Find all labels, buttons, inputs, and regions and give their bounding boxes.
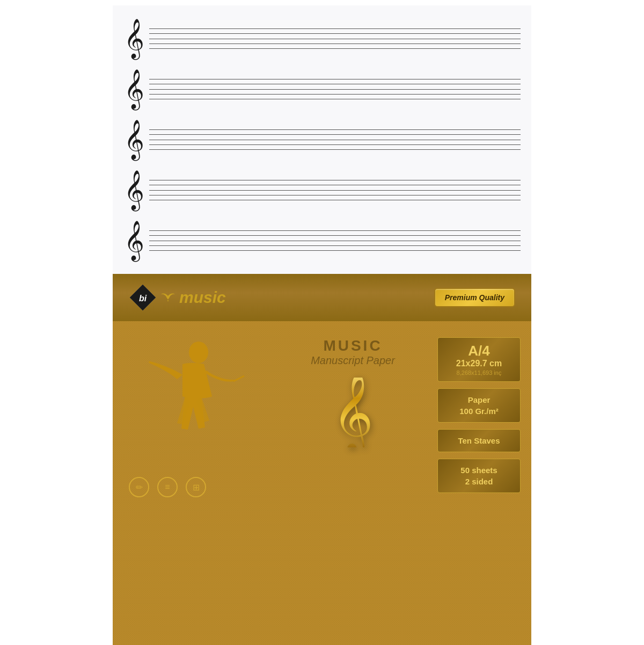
treble-clef-icon: 𝄞 bbox=[123, 72, 145, 106]
svg-line-3 bbox=[233, 376, 244, 381]
staff-line bbox=[149, 140, 521, 140]
staff-line bbox=[149, 235, 521, 236]
staff-line bbox=[149, 195, 521, 195]
spec-size-label: A/4 bbox=[444, 343, 514, 359]
staff-line bbox=[149, 241, 521, 241]
staff-lines-2 bbox=[149, 76, 521, 103]
staff-line bbox=[149, 94, 521, 95]
music-brand-text: music bbox=[179, 288, 226, 307]
spec-staves-label: Ten Staves bbox=[444, 435, 514, 446]
svg-point-2 bbox=[189, 342, 208, 363]
staff-row-2: 𝄞 bbox=[113, 72, 531, 106]
treble-clef-icon: 𝄞 bbox=[123, 21, 145, 56]
svg-text:bi: bi bbox=[139, 294, 147, 303]
staff-line bbox=[149, 33, 521, 34]
treble-clef-icon: 𝄞 bbox=[123, 223, 145, 258]
staff-line bbox=[149, 190, 521, 191]
staff-line bbox=[149, 245, 521, 246]
golden-treble-clef-icon: 𝄞 bbox=[332, 378, 374, 447]
lines-icon: ≡ bbox=[157, 477, 178, 497]
cover-title-manuscript: Manuscript Paper bbox=[311, 354, 395, 367]
spec-size-inches: 8,268x11,693 inç bbox=[444, 369, 514, 376]
staff-line bbox=[149, 180, 521, 180]
brand-logo: bi music bbox=[129, 284, 226, 311]
staff-line bbox=[149, 99, 521, 99]
staff-line bbox=[149, 200, 521, 200]
spec-box-size: A/4 21x29.7 cm 8,268x11,693 inç bbox=[437, 337, 521, 382]
staff-lines-4 bbox=[149, 177, 521, 204]
cover-right: A/4 21x29.7 cm 8,268x11,693 inç Paper100… bbox=[432, 321, 531, 645]
staff-line bbox=[149, 144, 521, 145]
staff-line bbox=[149, 134, 521, 135]
staff-line bbox=[149, 89, 521, 90]
brand-bar: bi music Premium Quality bbox=[113, 274, 531, 321]
spec-size-cm: 21x29.7 cm bbox=[444, 359, 514, 368]
bi-diamond-icon: bi bbox=[129, 284, 157, 311]
staff-line bbox=[149, 39, 521, 39]
conductor-figure bbox=[129, 337, 247, 466]
staff-line bbox=[149, 185, 521, 185]
treble-clef-icon: 𝄞 bbox=[123, 173, 145, 207]
staff-line bbox=[149, 28, 521, 29]
spec-box-paper: Paper100 Gr./m² bbox=[437, 388, 521, 423]
spec-box-staves: Ten Staves bbox=[437, 429, 521, 452]
cover-left: ✏ ≡ ⊞ bbox=[113, 321, 274, 645]
cover-title: MUSIC Manuscript Paper bbox=[311, 337, 395, 367]
staves-section: 𝄞 𝄞 𝄞 bbox=[113, 5, 531, 274]
bird-icon bbox=[160, 292, 176, 303]
staff-line bbox=[149, 149, 521, 150]
premium-quality-badge: Premium Quality bbox=[434, 288, 515, 307]
staff-line bbox=[149, 48, 521, 49]
staff-row-3: 𝄞 bbox=[113, 122, 531, 157]
staff-line bbox=[149, 44, 521, 44]
spec-box-sheets: 50 sheets2 sided bbox=[437, 459, 521, 493]
staff-row-1: 𝄞 bbox=[113, 21, 531, 56]
cover-title-music: MUSIC bbox=[311, 337, 395, 354]
spec-paper-label: Paper100 Gr./m² bbox=[444, 394, 514, 417]
staff-line bbox=[149, 84, 521, 84]
page-container: 𝄞 𝄞 𝄞 bbox=[0, 0, 644, 645]
cover-center: MUSIC Manuscript Paper 𝄞 bbox=[274, 321, 432, 645]
staff-lines-5 bbox=[149, 227, 521, 254]
staff-lines-1 bbox=[149, 25, 521, 52]
staff-line bbox=[149, 129, 521, 130]
staff-row-5: 𝄞 bbox=[113, 223, 531, 258]
staff-line bbox=[149, 250, 521, 251]
staff-lines-3 bbox=[149, 126, 521, 153]
cover-section: ✏ ≡ ⊞ MUSIC Manuscript Paper 𝄞 A/4 21x29… bbox=[113, 321, 531, 645]
small-icons-row: ✏ ≡ ⊞ bbox=[129, 477, 206, 497]
spec-sheets-label: 50 sheets2 sided bbox=[444, 465, 514, 487]
grid-icon: ⊞ bbox=[186, 477, 206, 497]
staff-line bbox=[149, 79, 521, 79]
treble-clef-icon: 𝄞 bbox=[123, 122, 145, 157]
staff-line bbox=[149, 230, 521, 231]
pencil-icon: ✏ bbox=[129, 477, 149, 497]
staff-row-4: 𝄞 bbox=[113, 173, 531, 207]
